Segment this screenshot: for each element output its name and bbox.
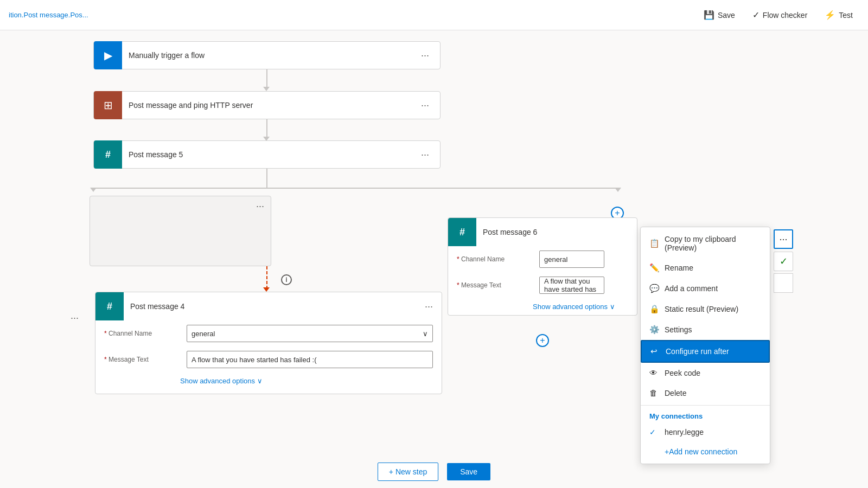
new-step-button[interactable]: + New step: [378, 463, 438, 481]
connector-3: [266, 169, 267, 188]
message-text-input[interactable]: A flow that you have started has failed …: [187, 351, 433, 368]
menu-delete[interactable]: 🗑 Delete: [641, 383, 770, 403]
left-branch-dots[interactable]: ···: [71, 312, 79, 324]
post-msg-4-menu[interactable]: ···: [425, 301, 433, 312]
trigger-node-menu[interactable]: ···: [419, 48, 431, 63]
test-icon: ⚡: [825, 10, 835, 20]
arrow-left-branch: [90, 188, 97, 192]
flow-checker-button[interactable]: ✓ Flow checker: [746, 7, 814, 23]
post-msg-4-icon: #: [95, 292, 124, 320]
menu-add-comment[interactable]: 💬 Add a comment: [641, 278, 770, 299]
arrow-1: [263, 87, 270, 91]
right-input[interactable]: [774, 273, 793, 293]
trigger-node[interactable]: ▶ Manually trigger a flow ···: [93, 41, 441, 69]
menu-rename[interactable]: ✏️ Rename: [641, 258, 770, 278]
post-msg-http-menu[interactable]: ···: [419, 98, 431, 113]
menu-peek-code[interactable]: 👁 Peek code: [641, 363, 770, 383]
settings-icon: ⚙️: [649, 325, 659, 335]
pm6-message-input[interactable]: A flow that you have started has: [539, 277, 604, 294]
info-icon[interactable]: i: [281, 274, 292, 285]
copy-icon: 📋: [649, 239, 659, 248]
menu-add-connection[interactable]: +Add new connection: [641, 442, 770, 461]
arrow-dashed: [263, 287, 270, 292]
rename-icon: ✏️: [649, 263, 659, 273]
message-text-row: * Message Text A flow that you have star…: [95, 346, 442, 373]
post-msg-6-card: # Post message 6 * Channel Name general …: [448, 217, 637, 316]
post-msg-http-icon: ⊞: [94, 91, 122, 119]
post-msg-http-node[interactable]: ⊞ Post message and ping HTTP server ···: [93, 91, 441, 119]
connector-2: [266, 119, 267, 138]
peek-code-icon: 👁: [649, 368, 659, 377]
pm6-add-step[interactable]: +: [536, 334, 549, 347]
post-msg-4-expanded: # Post message 4 ··· * Channel Name gene…: [95, 292, 442, 394]
connections-section-label: My connections: [641, 408, 770, 422]
context-menu: 📋 Copy to my clipboard (Preview) ✏️ Rena…: [640, 227, 770, 464]
parallel-container: ···: [90, 196, 271, 266]
pm6-message-row: * Message Text A flow that you have star…: [448, 272, 637, 298]
pm6-channel-input[interactable]: general: [539, 251, 604, 268]
dropdown-chevron: ∨: [423, 330, 428, 338]
menu-static-result[interactable]: 🔒 Static result (Preview): [641, 299, 770, 319]
arrow-right-branch: [615, 188, 621, 192]
post-msg-6-header: # Post message 6: [448, 218, 637, 246]
left-branch-actions: ···: [71, 312, 79, 324]
save-button[interactable]: 💾 Save: [697, 7, 742, 23]
post-msg-5-node[interactable]: # Post message 5 ···: [93, 140, 441, 169]
menu-settings[interactable]: ⚙️ Settings: [641, 319, 770, 340]
channel-name-input[interactable]: general ∨: [187, 325, 433, 342]
channel-name-row: * Channel Name general ∨: [95, 320, 442, 346]
menu-configure-run-after[interactable]: ↩ Configure run after: [641, 340, 770, 363]
show-advanced-options[interactable]: Show advanced options ∨: [180, 377, 433, 385]
comment-icon: 💬: [649, 284, 659, 293]
pm6-chevron-icon: ∨: [610, 303, 615, 311]
post-msg-5-menu[interactable]: ···: [419, 147, 431, 163]
save-flow-button[interactable]: Save: [447, 463, 490, 480]
context-menu-trigger-button[interactable]: ···: [774, 229, 793, 249]
test-button[interactable]: ⚡ Test: [818, 7, 859, 23]
topbar: ition.Post message.Pos... 💾 Save ✓ Flow …: [0, 0, 868, 30]
post-msg-6-icon: #: [448, 218, 476, 246]
menu-divider: [641, 405, 770, 406]
parallel-h-line: [93, 188, 620, 189]
connector-1: [266, 69, 267, 88]
delete-icon: 🗑: [649, 388, 659, 397]
post-msg-5-icon: #: [94, 140, 122, 169]
pm6-show-advanced[interactable]: Show advanced options ∨: [533, 303, 628, 311]
pm6-channel-row: * Channel Name general: [448, 246, 637, 272]
breadcrumb: ition.Post message.Pos...: [9, 11, 697, 19]
static-result-icon: 🔒: [649, 304, 659, 314]
check-icon: ✓: [649, 428, 659, 436]
configure-run-after-icon: ↩: [650, 346, 660, 356]
menu-connection-user[interactable]: ✓ henry.legge: [641, 422, 770, 442]
flow-canvas: ▶ Manually trigger a flow ··· ⊞ Post mes…: [0, 30, 868, 488]
save-icon: 💾: [704, 10, 714, 20]
chevron-down-icon: ∨: [257, 377, 263, 385]
confirm-button[interactable]: ✓: [774, 252, 793, 271]
flow-checker-icon: ✓: [752, 10, 760, 20]
connector-dashed: [266, 266, 267, 289]
parallel-dots[interactable]: ···: [256, 201, 264, 212]
menu-copy[interactable]: 📋 Copy to my clipboard (Preview): [641, 229, 770, 258]
trigger-icon: ▶: [94, 41, 122, 69]
